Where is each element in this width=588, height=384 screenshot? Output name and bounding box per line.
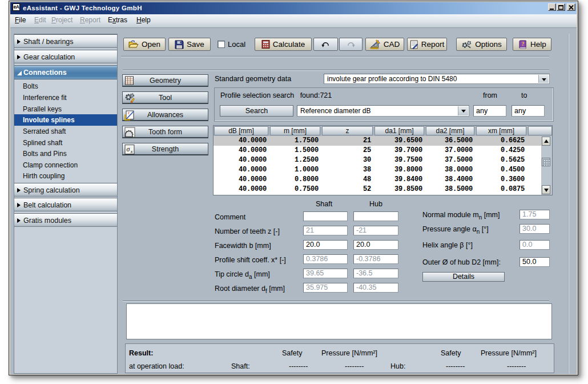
svg-text:?: ?: [522, 41, 525, 47]
svg-text:x: x: [130, 149, 132, 154]
